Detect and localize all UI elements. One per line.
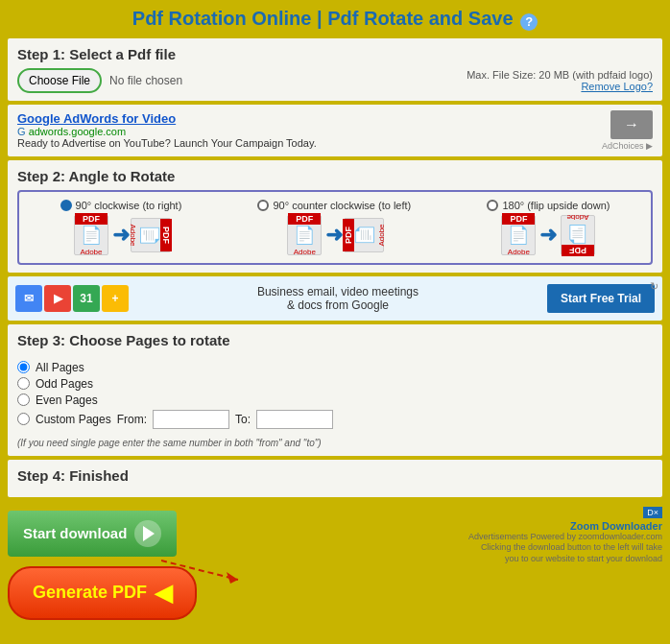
pdf-label-1: PDF: [75, 213, 108, 225]
pdf-arrow-group-90ccw: PDF 📄 Adobe ➜ PDF 📄 Adobe: [287, 215, 381, 255]
step3-title: Step 3: Choose Pages to rotate: [17, 332, 653, 348]
step1-title: Step 1: Select a Pdf file: [17, 46, 653, 62]
svg-line-0: [161, 561, 238, 580]
arrow-icon-3: ➜: [539, 223, 557, 248]
adobe-brand-1: Adobe: [80, 248, 102, 256]
start-trial-button[interactable]: Start Free Trial: [547, 284, 655, 313]
rotation-option-90cw[interactable]: 90° clockwise (to right) PDF 📄 Adobe ➜ P…: [60, 200, 182, 255]
rotation-options: 90° clockwise (to right) PDF 📄 Adobe ➜ P…: [17, 190, 653, 265]
banner-ad-text: Business email, video meetings & docs fr…: [138, 285, 538, 312]
pdf-label-r2: PDF: [343, 219, 354, 251]
page-title: Pdf Rotation Online | Pdf Rotate and Sav…: [132, 8, 514, 29]
calendar-icon: 31: [73, 285, 100, 312]
adobe-brand-3: Adobe: [508, 248, 530, 256]
even-pages-label: Even Pages: [36, 394, 98, 407]
pdf-label-r1: PDF: [160, 219, 172, 251]
adobe-brand-r3: Adobe: [567, 213, 589, 222]
step1-row: Choose File No file chosen Max. File Siz…: [17, 68, 653, 93]
adobe-brand-r2: Adobe: [377, 224, 386, 246]
play-triangle: [143, 526, 155, 541]
rotation-label-90ccw: 90° counter clockwise (to left): [257, 200, 411, 211]
rotation-label-180: 180° (flip upside down): [487, 200, 610, 211]
custom-pages-option: Custom Pages From: To:: [17, 410, 653, 429]
all-pages-option: All Pages: [17, 361, 653, 374]
pdf-arrow-group-180: PDF 📄 Adobe ➜ PDF 📄 Adobe: [501, 215, 595, 255]
pages-options: All Pages Odd Pages Even Pages Custom Pa…: [17, 354, 653, 436]
max-size-text: Max. File Size: 20 MB (with pdfaid logo): [467, 69, 653, 81]
ad-url: G adwords.google.com: [17, 126, 602, 137]
custom-pages-radio[interactable]: [17, 413, 30, 425]
step4-section: Step 4: Finished: [8, 460, 662, 497]
help-icon[interactable]: ?: [520, 13, 538, 31]
dashed-arrow-svg: [161, 551, 276, 589]
radio-180: [487, 200, 498, 211]
to-label: To:: [235, 413, 251, 426]
step4-title: Step 4: Finished: [17, 467, 129, 484]
pdf-result-icon-2: PDF 📄 Adobe: [344, 218, 384, 252]
hint-text: (If you need single page enter the same …: [17, 438, 653, 448]
ad-small-area: D× Zoom Downloader Advertisements Powere…: [468, 507, 662, 565]
ad-small-title: Zoom Downloader: [468, 520, 662, 532]
odd-pages-option: Odd Pages: [17, 377, 653, 391]
arrow-icon-2: ➜: [325, 223, 343, 248]
gmail-icon: ✉: [15, 285, 42, 312]
from-input[interactable]: [153, 410, 229, 429]
pdf-source-icon-1: PDF 📄 Adobe: [74, 215, 108, 255]
ad-arrow-button[interactable]: →: [610, 110, 653, 139]
even-pages-option: Even Pages: [17, 394, 653, 407]
pdf-label-3: PDF: [502, 213, 535, 225]
play-icon: [134, 520, 161, 547]
step3-section: Step 3: Choose Pages to rotate All Pages…: [8, 324, 662, 456]
ad-content: Google AdWords for Video G adwords.googl…: [17, 111, 602, 149]
meet-icon: ▶: [44, 285, 71, 312]
banner-refresh-icon[interactable]: ↻: [650, 280, 658, 293]
pdf-result-icon-1: PDF 📄 Adobe: [131, 218, 171, 252]
all-pages-label: All Pages: [36, 361, 84, 374]
arrow-icon-1: ➜: [112, 223, 130, 248]
custom-pages-label: Custom Pages: [36, 413, 111, 426]
odd-pages-label: Odd Pages: [36, 377, 93, 391]
pdf-source-icon-2: PDF 📄 Adobe: [287, 215, 322, 255]
no-file-label: No file chosen: [109, 74, 182, 87]
rotation-option-180[interactable]: 180° (flip upside down) PDF 📄 Adobe ➜ PD…: [487, 200, 610, 255]
choose-file-button[interactable]: Choose File: [17, 68, 102, 93]
rotation-label-90cw: 90° clockwise (to right): [60, 200, 182, 211]
remove-logo-link[interactable]: Remove Logo?: [467, 81, 653, 92]
file-info: Max. File Size: 20 MB (with pdfaid logo)…: [467, 69, 653, 92]
step2-section: Step 2: Angle to Rotate 90° clockwise (t…: [8, 160, 662, 273]
start-download-button[interactable]: Start download: [8, 511, 177, 557]
bottom-area: Start download Generate PDF ◀ D× Zoom Do…: [0, 501, 670, 630]
pdf-result-icon-3: PDF 📄 Adobe: [561, 215, 595, 255]
step1-section: Step 1: Select a Pdf file Choose File No…: [8, 38, 662, 101]
ad-title[interactable]: Google AdWords for Video: [17, 111, 602, 126]
pdf-label-r3: PDF: [562, 245, 594, 256]
adobe-brand-r1: Adobe: [129, 224, 137, 246]
ad-small-desc: Advertisements Powered by zoomdownloader…: [468, 532, 662, 565]
ad-description: Ready to Advertise on YouTube? Launch Yo…: [17, 137, 602, 149]
generate-area: Generate PDF ◀: [8, 561, 459, 620]
ad-choices: AdChoices ▶: [602, 141, 653, 151]
radio-90ccw: [257, 200, 269, 211]
odd-pages-radio[interactable]: [17, 377, 30, 390]
step2-title: Step 2: Angle to Rotate: [17, 168, 653, 184]
rotation-option-90ccw[interactable]: 90° counter clockwise (to left) PDF 📄 Ad…: [257, 200, 411, 255]
adobe-brand-2: Adobe: [294, 248, 316, 256]
pdf-source-icon-3: PDF 📄 Adobe: [501, 215, 536, 255]
even-pages-radio[interactable]: [17, 394, 30, 406]
banner-ad: ✉ ▶ 31 + Business email, video meetings …: [8, 276, 662, 321]
to-input[interactable]: [256, 410, 333, 429]
ad-area: Google AdWords for Video G adwords.googl…: [8, 105, 662, 156]
all-pages-radio[interactable]: [17, 361, 30, 373]
drive-icon: +: [102, 285, 129, 312]
pdf-arrow-group-90cw: PDF 📄 Adobe ➜ PDF 📄 Adobe: [74, 215, 168, 255]
ad-small-badge: D×: [643, 507, 662, 518]
buttons-area: Start download Generate PDF ◀: [8, 507, 459, 620]
title-bar: Pdf Rotation Online | Pdf Rotate and Sav…: [0, 0, 670, 35]
pdf-label-2: PDF: [288, 213, 321, 225]
step4-title-row: Step 4: Finished: [17, 467, 653, 484]
radio-90cw: [60, 200, 72, 211]
from-label: From:: [117, 413, 147, 426]
banner-icons: ✉ ▶ 31 +: [15, 285, 129, 312]
